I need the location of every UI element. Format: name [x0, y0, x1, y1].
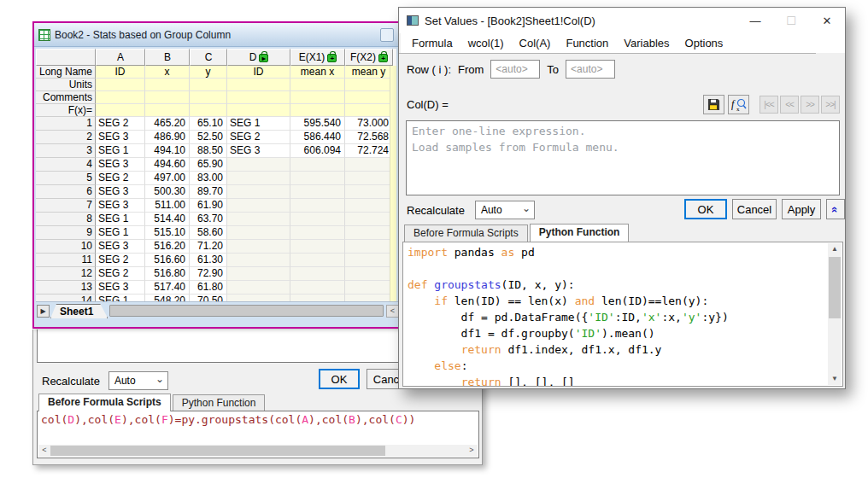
label-cell[interactable]: y [190, 66, 227, 79]
data-cell[interactable] [345, 281, 393, 294]
row-index[interactable]: 5 [36, 172, 96, 185]
label-cell[interactable] [96, 91, 145, 104]
data-cell[interactable] [227, 213, 290, 226]
data-cell[interactable]: 73.000 [345, 117, 393, 131]
data-cell[interactable] [227, 267, 290, 281]
data-cell[interactable]: 516.80 [145, 267, 190, 281]
vscroll-down-icon[interactable]: ▼ [828, 373, 842, 385]
data-cell[interactable] [290, 158, 345, 172]
data-cell[interactable] [227, 254, 290, 267]
label-cell[interactable]: mean x [290, 66, 345, 79]
label-cell[interactable] [96, 104, 145, 117]
data-cell[interactable] [227, 172, 290, 185]
label-cell[interactable] [227, 104, 290, 117]
hscroll-trough[interactable] [385, 445, 466, 457]
data-cell[interactable]: 63.70 [190, 213, 227, 226]
row-index[interactable]: 10 [36, 240, 96, 254]
data-cell[interactable]: SEG 1 [96, 144, 145, 158]
row-index[interactable]: 12 [36, 267, 96, 281]
data-cell[interactable] [227, 158, 290, 172]
data-cell[interactable]: 52.50 [190, 131, 227, 144]
collapse-chevron-button[interactable]: « [826, 199, 845, 219]
row-index[interactable]: 13 [36, 281, 96, 294]
data-cell[interactable] [227, 281, 290, 294]
data-cell[interactable]: 58.60 [190, 226, 227, 240]
bottom-recalculate-dropdown[interactable]: Auto ⌄ [108, 371, 168, 390]
label-cell[interactable] [145, 91, 190, 104]
data-cell[interactable]: 511.00 [145, 199, 190, 213]
data-cell[interactable] [345, 267, 393, 281]
to-input[interactable]: <auto> [566, 60, 615, 79]
data-cell[interactable]: 516.20 [145, 240, 190, 254]
data-cell[interactable]: SEG 3 [96, 240, 145, 254]
from-input[interactable]: <auto> [490, 60, 540, 79]
label-cell[interactable] [190, 104, 227, 117]
data-cell[interactable] [345, 185, 393, 199]
data-cell[interactable]: SEG 3 [96, 281, 145, 294]
menu-item-variables[interactable]: Variables [616, 35, 677, 51]
label-cell[interactable]: ID [227, 66, 290, 79]
nav-button-2[interactable]: >> [801, 96, 819, 114]
bottom-script-box[interactable]: col(D),col(E),col(F)=py.groupstats(col(A… [37, 411, 479, 458]
data-cell[interactable]: 71.20 [190, 240, 227, 254]
data-cell[interactable]: 595.540 [290, 117, 345, 131]
tab-before-formula-scripts[interactable]: Before Formula Scripts [404, 225, 528, 242]
sheet-nav-right-icon[interactable]: ▶ [37, 305, 50, 318]
data-cell[interactable] [345, 240, 393, 254]
corner-cell[interactable] [36, 49, 96, 66]
data-cell[interactable]: SEG 3 [96, 158, 145, 172]
column-header[interactable]: F(X2)+ [345, 49, 393, 66]
data-cell[interactable]: SEG 3 [227, 144, 290, 158]
data-cell[interactable]: 89.70 [190, 185, 227, 199]
menu-item-function[interactable]: Function [558, 35, 616, 51]
label-cell[interactable] [145, 104, 190, 117]
tab-python-function[interactable]: Python Function [530, 224, 630, 242]
maximize-icon[interactable]: ☐ [773, 8, 809, 33]
menu-item-wcol1[interactable]: wcol(1) [460, 35, 512, 51]
data-cell[interactable]: SEG 2 [96, 267, 145, 281]
data-cell[interactable] [290, 213, 345, 226]
cancel-button[interactable]: Cancel [732, 199, 777, 219]
data-cell[interactable] [290, 185, 345, 199]
data-cell[interactable] [227, 226, 290, 240]
formula-search-icon[interactable]: f x [728, 95, 749, 114]
data-cell[interactable] [345, 172, 393, 185]
label-cell[interactable]: x [145, 66, 190, 79]
data-cell[interactable] [227, 185, 290, 199]
label-cell[interactable] [345, 79, 393, 91]
bottom-script-scrollbar[interactable]: < > [38, 445, 478, 457]
data-cell[interactable]: SEG 3 [96, 185, 145, 199]
data-cell[interactable]: 517.40 [145, 281, 190, 294]
data-cell[interactable] [227, 199, 290, 213]
hscroll-thumb[interactable] [50, 446, 385, 456]
label-cell[interactable] [190, 79, 227, 91]
data-cell[interactable]: SEG 2 [96, 254, 145, 267]
nav-button-0[interactable]: |<< [760, 96, 778, 114]
data-cell[interactable] [290, 267, 345, 281]
row-index[interactable]: 3 [36, 144, 96, 158]
data-cell[interactable]: SEG 2 [96, 172, 145, 185]
python-code-box[interactable]: import pandas as pd def groupstats(ID, x… [402, 242, 843, 387]
column-header[interactable]: D▸ [227, 49, 290, 66]
ok-button[interactable]: OK [684, 199, 727, 219]
column-header[interactable]: B [145, 49, 190, 66]
row-index[interactable]: 11 [36, 254, 96, 267]
data-cell[interactable] [290, 226, 345, 240]
data-cell[interactable]: 465.20 [145, 117, 190, 131]
hscroll-left-icon[interactable]: < [386, 305, 399, 318]
data-cell[interactable]: 606.094 [290, 144, 345, 158]
label-cell[interactable] [290, 79, 345, 91]
nav-button-1[interactable]: << [780, 96, 799, 114]
data-cell[interactable]: 65.90 [190, 158, 227, 172]
data-cell[interactable]: 72.724 [345, 144, 393, 158]
row-index[interactable]: 2 [36, 131, 96, 144]
data-cell[interactable] [345, 213, 393, 226]
data-cell[interactable] [290, 172, 345, 185]
data-cell[interactable]: 494.60 [145, 158, 190, 172]
expression-input[interactable]: Enter one-line expression.Load samples f… [406, 120, 840, 195]
dialog-titlebar[interactable]: Set Values - [Book2]Sheet1!Col(D) — ☐ ✕ [399, 8, 845, 33]
data-cell[interactable] [290, 240, 345, 254]
row-index[interactable]: 1 [36, 117, 96, 131]
data-cell[interactable] [345, 158, 393, 172]
nav-button-3[interactable]: >>| [821, 96, 840, 114]
